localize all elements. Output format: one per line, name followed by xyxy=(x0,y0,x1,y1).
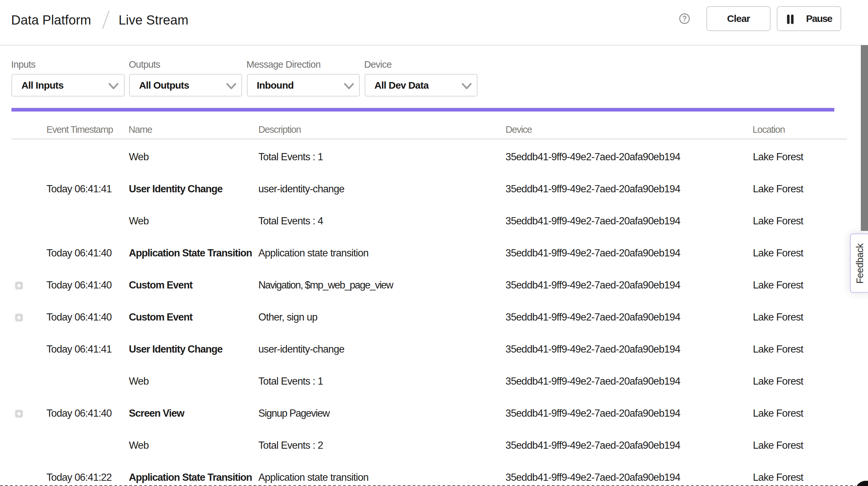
svg-text:?: ? xyxy=(682,14,687,23)
